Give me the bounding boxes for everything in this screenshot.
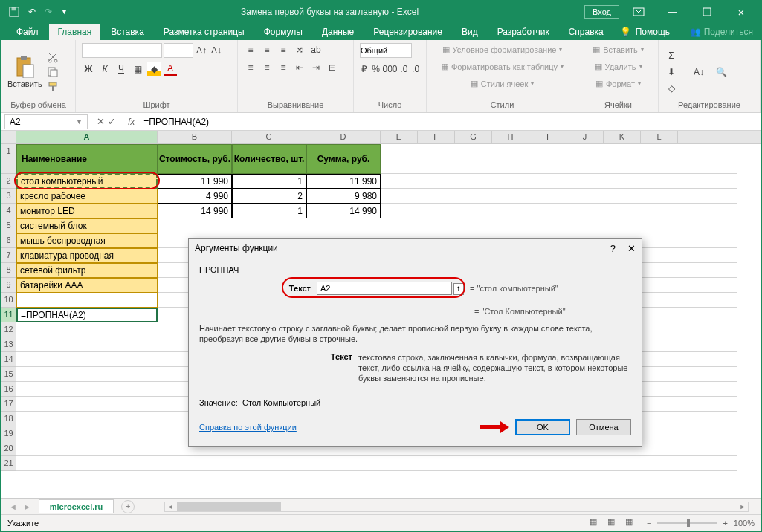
sheet-nav-next-icon[interactable]: ► (23, 502, 31, 511)
col-header-B[interactable]: B (158, 131, 232, 143)
close-icon[interactable]: × (726, 3, 756, 21)
dialog-close-icon[interactable]: ✕ (627, 243, 636, 254)
row-header-10[interactable]: 10 (1, 293, 16, 308)
select-all-corner[interactable] (1, 131, 16, 143)
save-icon[interactable] (9, 7, 19, 17)
cell[interactable]: Стоимость, руб. (158, 144, 232, 174)
sort-filter-icon[interactable]: A↓ (690, 63, 708, 81)
tab-insert[interactable]: Вставка (102, 24, 153, 40)
format-cells-button[interactable]: ▦Формат▾ (593, 77, 644, 90)
increase-font-icon[interactable]: A↑ (195, 44, 208, 57)
cell[interactable]: кресло рабочее (16, 189, 158, 204)
wrap-text-icon[interactable]: ab (309, 43, 323, 56)
fx-icon[interactable]: fx (122, 117, 141, 127)
tab-home[interactable]: Главная (49, 24, 101, 40)
cell[interactable]: клавиатура проводная (16, 248, 158, 263)
align-left-icon[interactable]: ≡ (244, 61, 257, 74)
function-help-link[interactable]: Справка по этой функции (199, 423, 297, 432)
row-header-2[interactable]: 2 (1, 174, 16, 189)
bold-icon[interactable]: Ж (82, 62, 95, 76)
dialog-titlebar[interactable]: Аргументы функции ?✕ (189, 239, 642, 258)
row-header[interactable]: 17 (1, 397, 16, 412)
col-header-D[interactable]: D (306, 131, 381, 143)
col-header-E[interactable]: E (381, 131, 418, 143)
row-header-7[interactable]: 7 (1, 248, 16, 263)
row-header-5[interactable]: 5 (1, 218, 16, 233)
delete-cells-button[interactable]: ▦Удалить▾ (592, 60, 645, 73)
cell[interactable]: 9 980 (306, 189, 381, 204)
cell[interactable] (381, 174, 737, 189)
row-header[interactable]: 13 (1, 337, 16, 352)
cell[interactable]: Наименование (16, 144, 158, 174)
cell[interactable] (16, 456, 737, 471)
formula-input[interactable] (141, 117, 761, 127)
format-as-table-button[interactable]: ▦Форматировать как таблицу▾ (438, 60, 566, 73)
decrease-font-icon[interactable]: A↓ (210, 44, 223, 57)
range-selector-icon[interactable]: ↥ (453, 283, 464, 295)
row-header[interactable]: 18 (1, 412, 16, 426)
clear-icon[interactable]: ◇ (665, 82, 678, 95)
sheet-tab[interactable]: microexcel.ru (39, 499, 114, 513)
ok-button[interactable]: OK (515, 419, 570, 435)
cell-A2[interactable]: стол компьютерный (16, 174, 158, 189)
cancel-formula-icon[interactable]: ✕ (97, 116, 105, 127)
row-header[interactable]: 21 (1, 456, 16, 471)
col-header-H[interactable]: H (492, 131, 529, 143)
cell[interactable]: 1 (232, 204, 306, 218)
row-header-9[interactable]: 9 (1, 278, 16, 293)
zoom-in-icon[interactable]: + (723, 519, 727, 528)
cancel-button[interactable]: Отмена (576, 419, 631, 435)
cell[interactable]: 4 990 (158, 189, 232, 204)
undo-icon[interactable]: ↶ (28, 7, 36, 17)
italic-icon[interactable]: К (98, 62, 112, 76)
cut-icon[interactable] (47, 51, 59, 63)
row-header[interactable]: 20 (1, 441, 16, 456)
font-color-icon[interactable]: A (164, 62, 177, 76)
indent-decrease-icon[interactable]: ⇤ (293, 61, 306, 74)
row-header[interactable]: 15 (1, 367, 16, 382)
cell-A11-active[interactable]: =ПРОПНАЧ(A2) (16, 308, 158, 322)
cell[interactable]: 14 990 (158, 204, 232, 218)
align-right-icon[interactable]: ≡ (277, 61, 290, 74)
underline-icon[interactable]: Ч (114, 62, 128, 76)
format-painter-icon[interactable] (47, 81, 59, 93)
font-size-select[interactable] (164, 43, 193, 58)
align-top-icon[interactable]: ≡ (244, 43, 257, 56)
col-header-F[interactable]: F (418, 131, 455, 143)
insert-cells-button[interactable]: ▦Вставить▾ (590, 43, 647, 56)
fill-icon[interactable]: ⬇ (665, 65, 678, 79)
normal-view-icon[interactable]: ▦ (589, 516, 605, 530)
col-header-A[interactable]: A (16, 131, 158, 143)
fill-color-icon[interactable]: ◆ (147, 62, 161, 76)
horizontal-scrollbar[interactable]: ◄► (164, 502, 749, 512)
cell[interactable] (381, 144, 737, 174)
tab-file[interactable]: Файл (7, 24, 48, 40)
indent-increase-icon[interactable]: ⇥ (309, 61, 323, 74)
tab-formulas[interactable]: Формулы (255, 24, 311, 40)
paste-button[interactable]: Вставить (7, 56, 42, 88)
enter-formula-icon[interactable]: ✓ (108, 116, 116, 127)
cell[interactable]: сетевой фильтр (16, 263, 158, 278)
cell[interactable] (158, 218, 737, 233)
decrease-decimal-icon[interactable]: .0 (411, 62, 420, 76)
tab-layout[interactable]: Разметка страницы (155, 24, 254, 40)
cell[interactable]: Количество, шт. (232, 144, 306, 174)
border-icon[interactable]: ▦ (131, 62, 144, 76)
share-button[interactable]: 👥Поделиться (682, 24, 761, 40)
cell[interactable]: 14 990 (306, 204, 381, 218)
minimize-icon[interactable]: — (658, 3, 688, 21)
row-header-6[interactable]: 6 (1, 233, 16, 248)
cell-styles-button[interactable]: ▦Стили ячеек▾ (468, 77, 537, 90)
cell[interactable]: 11 990 (306, 174, 381, 189)
maximize-icon[interactable] (692, 3, 722, 21)
col-header-L[interactable]: L (641, 131, 678, 143)
row-header[interactable]: 14 (1, 352, 16, 367)
page-layout-view-icon[interactable]: ▦ (607, 516, 623, 530)
autosum-icon[interactable]: Σ (665, 49, 678, 62)
orientation-icon[interactable]: ⤭ (293, 43, 306, 56)
number-format-select[interactable] (360, 43, 412, 58)
copy-icon[interactable] (47, 66, 59, 78)
align-bottom-icon[interactable]: ≡ (277, 43, 290, 56)
align-center-icon[interactable]: ≡ (260, 61, 274, 74)
cell[interactable] (381, 189, 737, 204)
